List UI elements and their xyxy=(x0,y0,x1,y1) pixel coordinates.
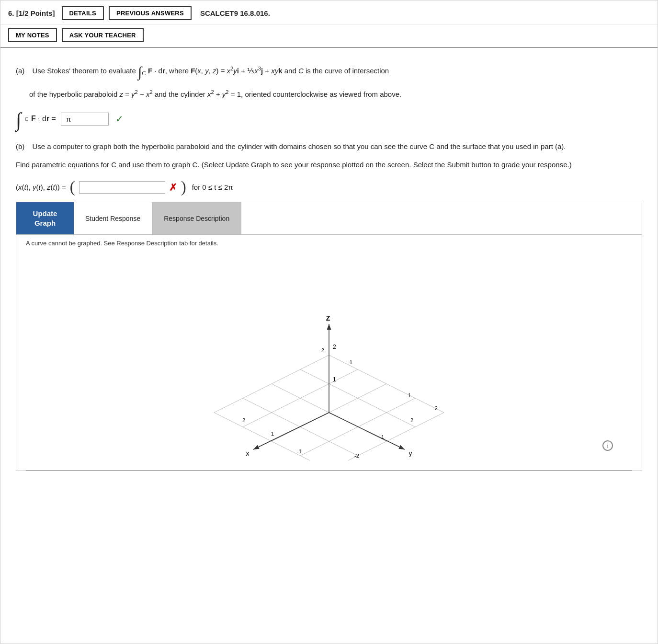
content-area: (a) Use Stokes' theorem to evaluate ∫C F… xyxy=(0,48,658,486)
z-tick-1: 1 xyxy=(333,376,336,383)
graph-top-bar: Update Graph Student Response Response D… xyxy=(16,202,642,235)
page-container: 6. [1/2 Points] DETAILS PREVIOUS ANSWERS… xyxy=(0,0,658,644)
svg-line-12 xyxy=(253,413,329,449)
integral-subscript-c: C xyxy=(24,116,28,122)
part-b-instruction2: Find parametric equations for C and use … xyxy=(16,159,642,171)
info-circle-icon[interactable]: i xyxy=(602,440,613,451)
z-axis-label: Z xyxy=(326,314,330,322)
parametric-row: (x(t), y(t), z(t)) = ( ✗ ) for 0 ≤ t ≤ 2… xyxy=(16,179,642,195)
close-paren: ) xyxy=(181,179,186,195)
part-a-continuation: of the hyperbolic paraboloid z = y2 − x2… xyxy=(29,88,642,101)
grid-label-neg2-bottom: -2 xyxy=(354,453,359,459)
update-graph-button[interactable]: Update Graph xyxy=(16,202,74,234)
open-paren: ( xyxy=(70,179,75,195)
svg-line-5 xyxy=(214,413,329,460)
integral-symbol: ∫ xyxy=(16,110,21,130)
x-axis-label: x xyxy=(246,449,250,457)
graph-bottom-divider xyxy=(26,470,632,471)
grid-label-1-right-bottom: 1 xyxy=(381,434,384,440)
part-b-label: (b) xyxy=(16,142,27,150)
previous-answers-button[interactable]: PREVIOUS ANSWERS xyxy=(109,6,192,20)
grid-label-neg1-right: -1 xyxy=(406,392,411,398)
my-notes-button[interactable]: MY NOTES xyxy=(8,28,57,42)
integral-fdr-label: F · dr = xyxy=(31,115,56,123)
for-range-label: for 0 ≤ t ≤ 2π xyxy=(192,183,233,191)
scalcet-label: SCALCET9 16.8.016. xyxy=(200,9,270,17)
graph-canvas-area: Z x y 1 2 -2 -1 xyxy=(16,250,642,470)
svg-line-10 xyxy=(329,413,444,460)
top-bar: 6. [1/2 Points] DETAILS PREVIOUS ANSWERS… xyxy=(0,0,658,24)
ask-teacher-button[interactable]: ASK YOUR TEACHER xyxy=(62,28,144,42)
second-row: MY NOTES ASK YOUR TEACHER xyxy=(0,24,658,48)
graph-message: A curve cannot be graphed. See Response … xyxy=(26,240,632,247)
grid-label-1-left-bottom: 1 xyxy=(271,431,274,437)
grid-label-neg1-back-left: -1 xyxy=(348,359,352,365)
tab-container: Student Response Response Description xyxy=(74,202,642,234)
input-error-icon: ✗ xyxy=(169,182,177,193)
part-a-block: (a) Use Stokes' theorem to evaluate ∫C F… xyxy=(16,59,642,84)
grid-label-2-right-bottom: 2 xyxy=(410,417,413,423)
part-a-label: (a) xyxy=(16,67,27,75)
y-axis-label: y xyxy=(409,449,412,457)
svg-line-13 xyxy=(329,413,405,449)
parametric-label: (x(t), y(t), z(t)) = xyxy=(16,183,66,191)
grid-label-2-left: 2 xyxy=(242,417,245,423)
grid-label-neg2-back: -2 xyxy=(319,347,324,353)
answer-value: π xyxy=(66,115,71,123)
3d-graph-svg: Z x y 1 2 -2 -1 xyxy=(214,254,444,460)
tab-response-description[interactable]: Response Description xyxy=(152,202,241,234)
answer-box: π xyxy=(61,113,109,126)
part-a-instruction: Use Stokes' theorem to evaluate ∫C F · d… xyxy=(33,67,389,75)
details-button[interactable]: DETAILS xyxy=(62,6,104,20)
checkmark-icon: ✓ xyxy=(115,113,124,125)
parametric-input[interactable] xyxy=(79,181,165,194)
part-b-instruction1: (b) Use a computer to graph both the hyp… xyxy=(16,140,642,153)
grid-label-neg1-bottom: -1 xyxy=(297,448,302,454)
tab-student-response[interactable]: Student Response xyxy=(74,202,152,234)
grid-label-neg2-right: -2 xyxy=(433,405,438,411)
graph-section: Update Graph Student Response Response D… xyxy=(16,202,642,471)
points-label: 6. [1/2 Points] xyxy=(8,9,55,17)
z-tick-2: 2 xyxy=(333,344,336,350)
integral-answer-row: ∫ C F · dr = π ✓ xyxy=(16,109,642,129)
